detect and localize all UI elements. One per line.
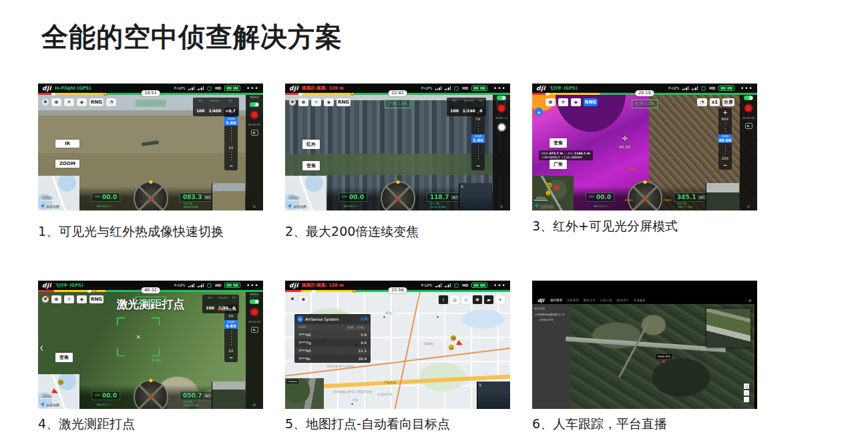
zoom-preset-top[interactable]: 5X [228, 314, 233, 318]
swap-view-icon[interactable]: ⇅ [214, 383, 216, 387]
secondary-view-pip[interactable]: ⇅ [212, 183, 245, 210]
menu-label[interactable]: MENU [250, 96, 258, 99]
waypoint-button[interactable]: ◈ [77, 98, 87, 106]
camera-feed-pip[interactable]: Camera [285, 378, 324, 409]
minimap[interactable]: 200m 高德地图 [38, 176, 79, 210]
playback-button[interactable]: ▶ [745, 123, 752, 129]
pin-drop-button[interactable]: ⊙ [461, 295, 471, 304]
beacon-button[interactable]: ☀ [311, 98, 321, 106]
collapse-chevron-icon[interactable]: ❮ [39, 345, 44, 351]
waypoint-button[interactable]: ◈ [77, 295, 87, 303]
secondary-view-pip[interactable]: ⇅ [459, 183, 492, 210]
locate-button[interactable]: ◎ [450, 295, 459, 304]
sidebar-item[interactable]: ▸ M300 RTK [539, 318, 569, 321]
record-button[interactable] [744, 104, 753, 113]
zoom-out-icon[interactable]: － [722, 162, 728, 168]
vehicle-track-marker[interactable]: M300 RTK [656, 347, 672, 363]
notification-bell-icon[interactable] [289, 296, 296, 303]
zoom-out-icon[interactable]: － [475, 163, 481, 168]
shutter-button[interactable] [497, 123, 506, 132]
secondary-view-pip[interactable]: ⇅ [477, 382, 510, 409]
waypoint-button[interactable]: ◈ [298, 295, 308, 303]
ir-lens-button[interactable]: IR [55, 140, 79, 148]
playback-button[interactable]: ▶ [251, 327, 258, 333]
record-button[interactable] [250, 110, 259, 120]
minimap[interactable]: 200m 高德地图 [285, 176, 327, 210]
nav-item[interactable]: 任务记录 [600, 299, 612, 302]
secondary-view-pip[interactable]: ⇅ [212, 382, 245, 409]
more-menu-icon[interactable]: ••• [246, 86, 259, 92]
gimbal-button[interactable]: ⊕ [51, 98, 61, 106]
dial-button[interactable]: ◔ [106, 98, 116, 106]
minimap[interactable]: H ⌂ 200m 高德地图 [532, 176, 574, 210]
info-button[interactable]: i [439, 295, 448, 304]
playback-button[interactable]: ▶ [251, 130, 258, 136]
nav-item[interactable]: 数据统计 [617, 299, 629, 302]
zoom-rail[interactable]: ＋ 5X ZOOM2.0X － [471, 108, 485, 170]
zoom-out-icon[interactable]: － [228, 163, 234, 168]
gimbal-button[interactable]: ⊕ [51, 295, 61, 303]
photo-video-toggle[interactable] [744, 96, 753, 100]
splitscreen-button[interactable]: 分屏 [722, 98, 734, 106]
record-button[interactable] [250, 307, 259, 317]
zoom-in-icon[interactable]: ＋ [744, 390, 749, 396]
x1-button[interactable]: x1 [710, 98, 720, 106]
zoom-out-icon[interactable]: － [228, 355, 234, 360]
zoom-in-icon[interactable]: ＋ [722, 110, 728, 115]
zoom-preset-bottom[interactable]: 1X [228, 146, 233, 150]
zoom-rail[interactable]: ＋ 80X ZOOM40.0X 20X － [718, 108, 732, 170]
rng-button[interactable]: RNG [89, 295, 103, 303]
notification-bell-icon[interactable] [42, 99, 49, 106]
photo-video-toggle[interactable] [250, 102, 259, 107]
beacon-button[interactable]: ☀ [558, 98, 568, 106]
notification-bell-icon[interactable] [42, 296, 49, 303]
photo-video-toggle[interactable] [250, 299, 259, 304]
zoom-out-icon[interactable]: － [744, 397, 749, 402]
zoom-preset-top[interactable]: 5X [475, 117, 480, 121]
airsense-button[interactable]: ✈ [495, 295, 505, 304]
swap-view-icon[interactable]: ⇅ [479, 383, 481, 387]
secondary-view-pip[interactable]: ⇅ [706, 183, 739, 210]
rng-button[interactable]: RNG [337, 98, 351, 106]
settings-gear-icon[interactable]: ⚙ [748, 298, 752, 303]
rail-more-icon[interactable]: ≋ [746, 204, 750, 208]
zoom-preset-bottom[interactable]: 2X [228, 349, 233, 353]
gimbal-button[interactable]: ⊕ [298, 98, 308, 106]
record-button[interactable] [497, 104, 506, 113]
zoom-preset-bottom[interactable]: 20X [722, 156, 729, 160]
nav-item[interactable]: 媒体文件 [584, 299, 596, 302]
swap-view-icon[interactable]: ⇅ [214, 184, 216, 188]
beacon-button[interactable]: ☀ [64, 98, 74, 106]
dial-button[interactable]: ◔ [697, 98, 707, 106]
quick-action-icon[interactable]: ◈ [535, 108, 543, 116]
eraser-button[interactable]: ▰ [484, 295, 493, 304]
hide-link[interactable]: 隐藏 [361, 317, 368, 321]
nav-item[interactable]: 项目管理 [550, 299, 562, 302]
more-menu-icon[interactable]: ••• [740, 86, 753, 92]
more-menu-icon[interactable]: ••• [493, 86, 506, 92]
swap-view-icon[interactable]: ⇅ [461, 184, 463, 188]
waypoint-button[interactable]: ◈ [324, 98, 334, 106]
rng-button[interactable]: RNG [89, 98, 103, 106]
sidebar-item[interactable]: ▸ 深圳市南山区机队 2 / 3 [535, 313, 569, 316]
minimap[interactable]: H 200m 高德地图 [38, 374, 79, 409]
notification-bell-icon[interactable] [289, 99, 296, 106]
rail-more-icon[interactable]: ≋ [499, 204, 503, 208]
rng-button[interactable]: RNG [584, 98, 598, 106]
layers-button[interactable]: ❖ [473, 295, 482, 304]
waypoint-button[interactable]: ◈ [571, 98, 581, 106]
gimbal-button[interactable]: ⊕ [546, 98, 556, 106]
zoom-lens-button[interactable]: 变焦 [55, 353, 73, 362]
zoom-lens-button[interactable]: 变焦 [302, 161, 320, 170]
zoom-preset-top[interactable]: 80X [722, 117, 729, 121]
zoom-rail[interactable]: ＋ ZOOM5.0X 1X － [224, 108, 238, 170]
beacon-button[interactable]: ☀ [64, 295, 74, 303]
more-menu-icon[interactable]: ••• [493, 283, 506, 289]
zoom-lens-button[interactable]: ZOOM [55, 160, 79, 168]
zoom-lens-button[interactable]: 变焦 [550, 138, 567, 148]
live-video-pip[interactable] [706, 309, 750, 347]
layer-toggle-icon[interactable]: ❏ [744, 384, 749, 389]
swap-view-icon[interactable]: ⇅ [708, 184, 710, 188]
nav-item[interactable]: 设备管理 [567, 299, 579, 302]
nav-item[interactable]: 直播服务 [634, 299, 646, 302]
